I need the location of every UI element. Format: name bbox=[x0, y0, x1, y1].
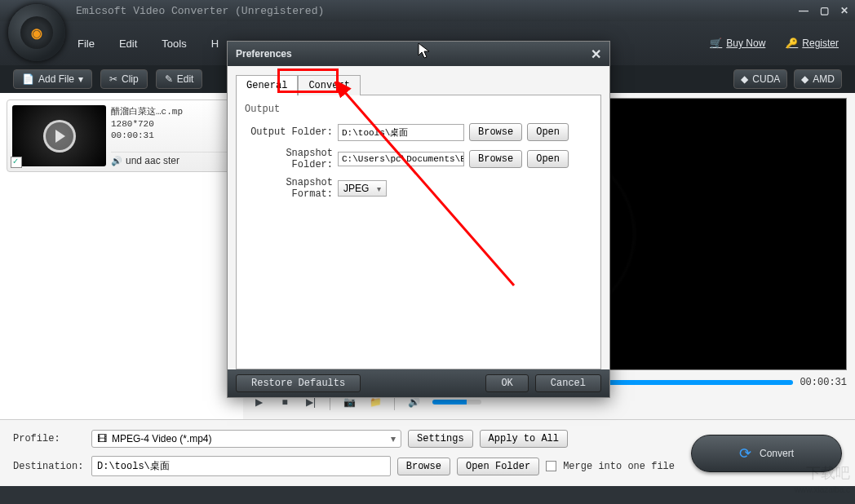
snapshot-format-select[interactable]: JPEG ▾ bbox=[338, 180, 387, 197]
menu-edit[interactable]: Edit bbox=[119, 38, 137, 50]
close-button[interactable]: ✕ bbox=[840, 5, 848, 16]
buy-now-link[interactable]: 🛒Buy Now bbox=[710, 38, 765, 49]
file-duration: 00:00:31 bbox=[111, 130, 231, 140]
chevron-down-icon: ▾ bbox=[377, 184, 381, 193]
minimize-button[interactable]: — bbox=[799, 5, 808, 16]
edit-button[interactable]: ✎Edit bbox=[156, 69, 203, 89]
file-checkbox[interactable] bbox=[11, 157, 22, 168]
snapshot-browse-button[interactable]: Browse bbox=[469, 150, 522, 168]
file-audio: und aac ster bbox=[126, 155, 179, 166]
chevron-down-icon: ▾ bbox=[391, 433, 396, 444]
output-browse-button[interactable]: Browse bbox=[469, 123, 522, 141]
output-folder-label: Output Folder: bbox=[245, 126, 333, 138]
file-thumbnail[interactable] bbox=[12, 105, 106, 166]
open-folder-button[interactable]: Open Folder bbox=[457, 458, 539, 475]
cuda-button[interactable]: ◆CUDA bbox=[733, 69, 787, 89]
refresh-icon: ⟳ bbox=[739, 444, 751, 462]
window-title: Emicsoft Video Converter (Unregistered) bbox=[76, 5, 324, 17]
destination-label: Destination: bbox=[13, 461, 85, 472]
file-item[interactable]: 醋溜白菜这…c.mp 1280*720 00:00:31 🔊 und aac s… bbox=[7, 99, 237, 172]
key-icon: 🔑 bbox=[786, 38, 798, 49]
file-name: 醋溜白菜这…c.mp bbox=[111, 105, 231, 117]
merge-checkbox[interactable] bbox=[546, 461, 556, 471]
speaker-icon: 🔊 bbox=[111, 156, 122, 166]
seek-time: 00:00:31 bbox=[800, 377, 847, 388]
profile-label: Profile: bbox=[13, 433, 85, 444]
dialog-footer: Restore Defaults OK Cancel bbox=[228, 369, 609, 397]
profile-select[interactable]: 🎞 MPEG-4 Video (*.mp4) ▾ bbox=[91, 430, 401, 448]
dialog-titlebar[interactable]: Preferences ✕ bbox=[228, 42, 609, 66]
output-open-button[interactable]: Open bbox=[527, 123, 569, 141]
menu-file[interactable]: File bbox=[78, 38, 95, 50]
bottom-panel: Profile: 🎞 MPEG-4 Video (*.mp4) ▾ Settin… bbox=[0, 419, 855, 486]
menu-tools[interactable]: Tools bbox=[162, 38, 186, 50]
dialog-title: Preferences bbox=[236, 48, 292, 60]
convert-button[interactable]: ⟳ Convert bbox=[691, 435, 842, 472]
volume-slider[interactable] bbox=[432, 400, 481, 405]
chevron-down-icon: ▾ bbox=[78, 73, 83, 85]
play-overlay-icon bbox=[43, 120, 76, 153]
add-file-icon: 📄 bbox=[22, 73, 34, 85]
nvidia-icon: ◆ bbox=[741, 73, 748, 85]
amd-icon: ◆ bbox=[801, 73, 808, 85]
maximize-button[interactable]: ▢ bbox=[820, 5, 829, 16]
destination-input[interactable]: D:\tools\桌面 bbox=[91, 456, 391, 476]
cancel-button[interactable]: Cancel bbox=[535, 374, 601, 392]
watermark-url: www.xiazaiba.c bbox=[795, 485, 850, 494]
mpeg-icon: 🎞 bbox=[97, 433, 107, 444]
amd-button[interactable]: ◆AMD bbox=[794, 69, 842, 89]
cart-icon: 🛒 bbox=[710, 38, 722, 49]
dialog-close-button[interactable]: ✕ bbox=[591, 46, 601, 62]
dialog-body: Output Output Folder: D:\tools\桌面 Browse… bbox=[236, 95, 601, 369]
snapshot-format-label: Snapshot Format: bbox=[245, 177, 333, 200]
register-link[interactable]: 🔑Register bbox=[786, 38, 839, 49]
settings-button[interactable]: Settings bbox=[408, 430, 473, 448]
apply-all-button[interactable]: Apply to All bbox=[480, 430, 568, 448]
tab-convert[interactable]: Convert bbox=[298, 75, 360, 95]
snapshot-folder-label: Snapshot Folder: bbox=[245, 148, 333, 170]
ok-button[interactable]: OK bbox=[485, 374, 528, 392]
restore-defaults-button[interactable]: Restore Defaults bbox=[236, 374, 361, 392]
titlebar: ◉ Emicsoft Video Converter (Unregistered… bbox=[0, 0, 855, 21]
merge-label: Merge into one file bbox=[563, 461, 675, 472]
edit-icon: ✎ bbox=[165, 73, 173, 85]
add-file-button[interactable]: 📄Add File▾ bbox=[13, 69, 92, 89]
browse-button[interactable]: Browse bbox=[397, 458, 450, 475]
file-list: 醋溜白菜这…c.mp 1280*720 00:00:31 🔊 und aac s… bbox=[0, 93, 243, 419]
file-resolution: 1280*720 bbox=[111, 119, 231, 129]
menu-help[interactable]: H bbox=[211, 38, 219, 50]
output-fieldset-label: Output bbox=[245, 104, 592, 115]
snapshot-folder-input[interactable]: C:\Users\pc\Documents\Emics bbox=[338, 152, 464, 166]
scissors-icon: ✂ bbox=[109, 73, 117, 85]
clip-button[interactable]: ✂Clip bbox=[100, 69, 148, 89]
logo-icon: ◉ bbox=[20, 16, 53, 49]
snapshot-open-button[interactable]: Open bbox=[527, 150, 569, 168]
tab-general[interactable]: General bbox=[236, 75, 298, 95]
file-meta: 醋溜白菜这…c.mp 1280*720 00:00:31 🔊 und aac s… bbox=[111, 105, 231, 166]
app-logo: ◉ bbox=[8, 4, 65, 61]
output-folder-input[interactable]: D:\tools\桌面 bbox=[338, 124, 464, 141]
preferences-dialog: Preferences ✕ General Convert Output Out… bbox=[227, 41, 610, 398]
